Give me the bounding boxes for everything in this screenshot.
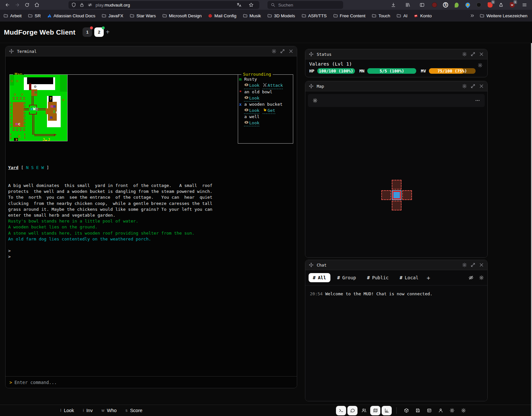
extension-leaf-icon[interactable] (454, 2, 460, 8)
chat-panel-header[interactable]: Chat (305, 260, 487, 270)
command-input[interactable]: Enter command... (14, 380, 57, 385)
inv-button[interactable]: iInv (83, 408, 93, 413)
extension-share-icon[interactable] (498, 2, 504, 8)
room-cell-north[interactable] (392, 180, 402, 190)
sidebar-icon[interactable] (417, 1, 427, 9)
gear-icon[interactable] (462, 84, 467, 89)
extension-demon-icon[interactable] (432, 2, 437, 8)
package-button[interactable] (401, 406, 411, 415)
bookmark-item[interactable]: Musik (243, 13, 261, 18)
toggle-users-panel[interactable] (359, 406, 369, 415)
hide-icon[interactable] (468, 275, 474, 280)
map-canvas[interactable] (305, 110, 487, 257)
add-chat-tab-button[interactable]: + (425, 274, 432, 281)
chat-tab-local[interactable]: #Local (395, 273, 423, 282)
room-cell-south[interactable] (392, 201, 402, 210)
bookmark-item[interactable]: Mail Config (208, 13, 236, 18)
downloads-icon[interactable] (388, 1, 398, 9)
status-panel-header[interactable]: Status (305, 49, 487, 59)
move-icon[interactable] (309, 52, 314, 57)
attack-action-link[interactable]: Attack (263, 83, 283, 89)
bookmark-item[interactable]: Star Wars (129, 13, 156, 18)
bookmark-item[interactable]: JavaFX (101, 13, 123, 18)
bookmark-item[interactable]: SR (28, 13, 41, 18)
library-icon[interactable] (403, 1, 413, 9)
extension-paw-icon[interactable] (476, 2, 482, 8)
look-action-link[interactable]: Look (244, 120, 259, 127)
chat-tab-all[interactable]: #All (309, 273, 330, 282)
move-icon[interactable] (309, 262, 314, 268)
translate-icon[interactable] (236, 2, 242, 8)
bookmark-item[interactable]: Free Content (333, 13, 366, 18)
close-icon[interactable] (479, 262, 484, 268)
extension-scircle-icon[interactable]: S (443, 2, 448, 8)
look-action-link[interactable]: Look (244, 108, 259, 114)
extension-shield-red-icon[interactable]: 1 (487, 2, 493, 8)
get-action-link[interactable]: Get (263, 108, 275, 114)
terminal-body[interactable]: Map oooooo*mxW@mmXommcR??JJ▼► Surroundin… (6, 56, 297, 388)
expand-icon[interactable] (280, 49, 285, 54)
lock-icon[interactable] (79, 2, 84, 8)
session-tab-1[interactable]: 1 (83, 27, 92, 37)
toggle-map-panel[interactable] (370, 406, 380, 415)
home-icon[interactable] (32, 1, 42, 9)
bookmark-item[interactable]: 3D Models (267, 13, 295, 18)
status-gear-icon[interactable] (478, 63, 483, 69)
look-action-link[interactable]: Look (244, 95, 259, 102)
gear-icon[interactable] (271, 49, 277, 54)
permissions-icon[interactable] (87, 2, 93, 8)
gear-icon[interactable] (462, 262, 467, 268)
map-panel-header[interactable]: Map (305, 81, 487, 91)
shield-icon[interactable] (71, 2, 76, 8)
bookmark-item[interactable]: Arbeit (3, 13, 22, 18)
move-icon[interactable] (309, 84, 314, 89)
save-button[interactable] (413, 406, 423, 415)
person-button[interactable] (435, 406, 446, 415)
map-settings-icon[interactable] (312, 98, 318, 103)
close-icon[interactable] (479, 84, 484, 89)
bookmark-item[interactable]: Konto (414, 13, 432, 18)
bookmark-item[interactable]: Touch (372, 13, 390, 18)
command-input-row[interactable]: > Enter command... (6, 376, 297, 388)
terminal-panel-header[interactable]: Terminal (6, 46, 297, 56)
close-icon[interactable] (479, 52, 484, 57)
bookmark-item[interactable]: Microsoft Design (162, 13, 202, 18)
add-session-tab-button[interactable]: + (106, 28, 110, 36)
back-icon[interactable] (3, 1, 12, 9)
gear-icon[interactable] (462, 52, 467, 57)
move-icon[interactable] (9, 49, 14, 54)
reload-icon[interactable] (22, 1, 32, 9)
expand-icon[interactable] (470, 84, 476, 89)
layout-button[interactable] (424, 406, 434, 415)
session-tab-2[interactable]: 2 (94, 27, 104, 37)
score-button[interactable]: sScore (126, 408, 143, 413)
chat-tab-group[interactable]: #Group (333, 273, 360, 282)
forward-icon[interactable] (12, 1, 22, 9)
menu-icon[interactable] (520, 1, 529, 9)
toggle-chat-panel[interactable] (347, 406, 357, 415)
room-cell-current[interactable] (392, 190, 402, 200)
look-action-link[interactable]: Look (244, 83, 259, 89)
gear-button[interactable] (458, 406, 468, 415)
bookmark-item[interactable]: ASR/TTS (301, 13, 327, 18)
extension-shield-dark-icon[interactable]: w1 (509, 2, 515, 8)
search-input[interactable]: Suchen (267, 1, 343, 9)
toggle-chart-panel[interactable] (382, 406, 392, 415)
room-cell-west[interactable] (381, 190, 391, 200)
close-icon[interactable] (288, 49, 294, 54)
url-bar[interactable]: play.mudvault.org (68, 1, 259, 9)
chevrons-right-icon[interactable] (470, 13, 475, 18)
chat-settings-icon[interactable] (479, 275, 484, 280)
bookmark-item[interactable]: AI (396, 13, 407, 18)
bookmark-item[interactable]: Atlassian Cloud Docs (47, 13, 95, 18)
sun-button[interactable] (447, 406, 457, 415)
toggle-terminal-panel[interactable] (336, 406, 346, 415)
who-button[interactable]: wWho (101, 408, 117, 413)
room-cell-east[interactable] (402, 190, 412, 200)
ellipsis-icon[interactable] (475, 98, 480, 103)
bookmark-more[interactable]: Weitere Lesezeichen (479, 13, 527, 18)
bookmark-star-icon[interactable] (249, 2, 254, 8)
expand-icon[interactable] (470, 262, 476, 268)
chat-tab-public[interactable]: #Public (363, 273, 393, 282)
expand-icon[interactable] (470, 52, 476, 57)
